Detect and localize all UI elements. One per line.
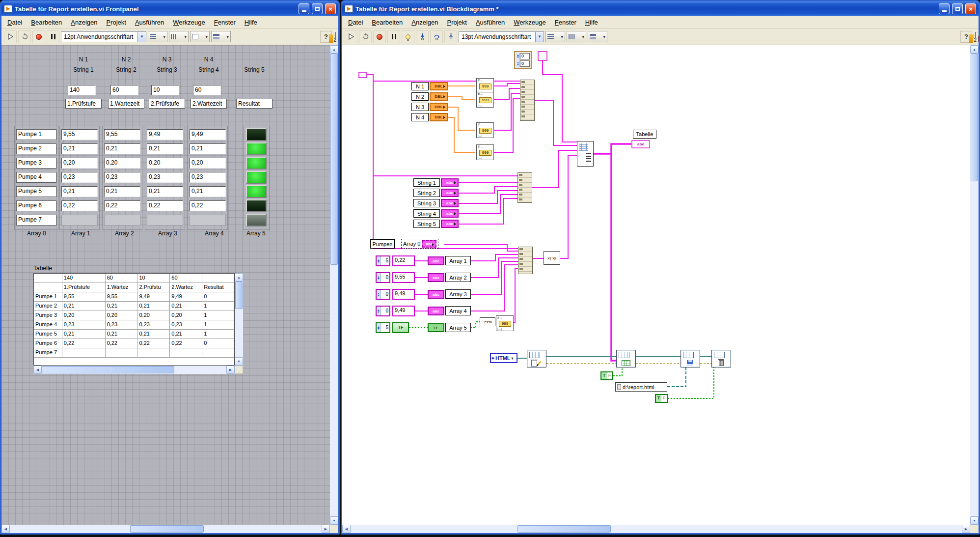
array-element-value[interactable]: 9,49	[392, 306, 415, 316]
string-terminal[interactable]: String 1 abc	[413, 178, 459, 189]
tabelle-indicator-terminal[interactable]: abc	[631, 140, 650, 148]
array4-cell[interactable]: 0,23	[190, 172, 226, 183]
table-cell[interactable]: 0,20	[137, 311, 170, 320]
numeric-terminal[interactable]: N 1 DBL	[411, 82, 448, 92]
run-button[interactable]	[4, 30, 17, 43]
abc-terminal-icon[interactable]: abc	[441, 199, 459, 207]
minimize-button[interactable]	[939, 3, 950, 14]
step-into-button[interactable]	[416, 30, 429, 43]
scroll-left-icon[interactable]: ◀	[33, 366, 42, 374]
scroll-right-icon[interactable]: ▶	[322, 525, 330, 533]
table-cell[interactable]: 0,23	[62, 320, 106, 330]
number-to-string-node[interactable]: 999	[476, 122, 494, 138]
table-cell[interactable]: 0,23	[137, 320, 170, 330]
terminal-label[interactable]: Array 4	[445, 306, 471, 315]
numeric-terminal[interactable]: N 4 DBL	[411, 113, 448, 123]
table-cell[interactable]: 0,21	[106, 302, 138, 311]
array-index-stepper[interactable]: 0	[376, 306, 390, 316]
menu-item[interactable]: Datei	[344, 17, 367, 28]
scrollbar-thumb[interactable]	[130, 525, 204, 533]
build-array-node[interactable]	[517, 172, 532, 203]
array-constant-row[interactable]: 0 9,49 abc Array 3	[376, 289, 508, 300]
string-input[interactable]: 1.Wartezeit	[108, 99, 144, 109]
scroll-right-icon[interactable]: ▶	[962, 525, 970, 533]
report-path-constant[interactable]: d:\report.html	[615, 382, 667, 392]
table-cell[interactable]	[106, 348, 138, 358]
increment-decrement-icon[interactable]	[377, 323, 381, 332]
array-index-stepper[interactable]: 0	[376, 289, 390, 300]
diagram-vertical-scrollbar[interactable]: ▲ ▼	[970, 45, 979, 525]
terminal-label[interactable]: String 4	[413, 209, 440, 218]
terminal-label[interactable]: String 1	[413, 178, 440, 187]
table-cell[interactable]: Pumpe 5	[34, 330, 62, 339]
table-cell[interactable]: Pumpe 2	[34, 302, 62, 311]
reorder-dropdown[interactable]: ▾	[211, 31, 231, 42]
array-constant-row[interactable]: 0 9,55 abc Array 2	[376, 272, 508, 283]
pumpen-label[interactable]: Pumpen	[370, 239, 395, 249]
abort-button[interactable]	[373, 30, 386, 43]
increment-decrement-icon[interactable]	[377, 307, 381, 315]
scroll-right-icon[interactable]: ▶	[226, 366, 235, 374]
bool-to-01-node[interactable]: ?1:0	[480, 317, 495, 326]
step-over-button[interactable]	[430, 30, 443, 43]
table-cell[interactable]	[34, 283, 62, 292]
abc-terminal-icon[interactable]: abc	[441, 178, 459, 187]
table-cell[interactable]: 1	[202, 311, 234, 320]
number-to-string-node[interactable]: 999	[476, 144, 494, 160]
table-cell[interactable]: 0,22	[106, 339, 138, 348]
array3-cell[interactable]: 0,22	[147, 200, 183, 211]
menu-item[interactable]: Ausführen	[471, 17, 509, 28]
step-out-button[interactable]	[444, 30, 457, 43]
build-array-node[interactable]	[520, 80, 535, 121]
terminal-label[interactable]: Array 1	[445, 256, 471, 265]
table-cell[interactable]: 0,22	[137, 339, 170, 348]
pump-name-input[interactable]: Pumpe 5	[16, 186, 56, 197]
menu-item[interactable]: Hilfe	[240, 17, 262, 28]
maximize-button[interactable]	[312, 3, 323, 14]
array2-cell[interactable]: 9,55	[104, 129, 140, 140]
table-cell[interactable]	[202, 274, 234, 283]
increment-decrement-icon[interactable]	[377, 290, 381, 299]
table-cell[interactable]: 0,21	[106, 330, 138, 339]
terminal-label[interactable]: N 2	[411, 92, 429, 101]
array4-cell[interactable]: 0,21	[190, 143, 226, 154]
number-to-string-node[interactable]: 999	[496, 315, 514, 331]
array-element-value[interactable]: TF	[392, 322, 409, 333]
boolean-true-constant[interactable]: TF	[600, 371, 613, 380]
chevron-down-icon[interactable]: ▼	[137, 32, 146, 42]
table-cell[interactable]: 2.Prüfstu	[137, 283, 170, 292]
table-cell[interactable]: 9,49	[137, 292, 170, 302]
array1-cell[interactable]: 0,23	[61, 172, 98, 183]
menu-item[interactable]: Bearbeiten	[27, 17, 66, 28]
array2-cell[interactable]: 0,23	[104, 172, 140, 183]
menu-item[interactable]: Werkzeuge	[168, 17, 210, 28]
array2-cell[interactable]: 0,21	[104, 186, 140, 197]
table-cell[interactable]: Pumpe 7	[34, 348, 62, 358]
maximize-button[interactable]	[952, 3, 963, 14]
array3-cell[interactable]	[147, 215, 183, 226]
table-cell[interactable]	[202, 348, 234, 358]
chevron-down-icon[interactable]: ▼	[535, 32, 544, 42]
array-index-stepper[interactable]: 5	[376, 322, 390, 333]
array3-cell[interactable]: 9,49	[147, 129, 183, 140]
array3-cell[interactable]: 0,21	[147, 186, 183, 197]
array4-cell[interactable]	[190, 215, 226, 226]
pump-name-input[interactable]: Pumpe 1	[16, 129, 56, 140]
string-terminal[interactable]: String 3 abc	[413, 199, 459, 209]
array4-cell[interactable]: 9,49	[190, 129, 226, 140]
build-array-node[interactable]	[518, 247, 533, 274]
numeric-terminal[interactable]: N 3 DBL	[411, 103, 448, 113]
terminal-label[interactable]: N 1	[411, 82, 429, 90]
array1-cell[interactable]: 0,20	[61, 158, 98, 169]
panel-vertical-scrollbar[interactable]: ▲ ▼	[330, 45, 338, 525]
dbl-terminal-icon[interactable]: DBL	[430, 92, 448, 101]
table-cell[interactable]: 0,23	[170, 320, 202, 330]
menu-item[interactable]: Projekt	[442, 17, 471, 28]
table-cell[interactable]: Pumpe 1	[34, 292, 62, 302]
terminal-label[interactable]: N 4	[411, 113, 429, 121]
pump-name-input[interactable]: Pumpe 7	[16, 215, 56, 226]
table-cell[interactable]: 1.Prüfstufe	[62, 283, 106, 292]
table-cell[interactable]: 9,49	[170, 292, 202, 302]
cluster-numeric[interactable]: 0	[516, 60, 530, 67]
table-cell[interactable]: 0,21	[62, 330, 106, 339]
